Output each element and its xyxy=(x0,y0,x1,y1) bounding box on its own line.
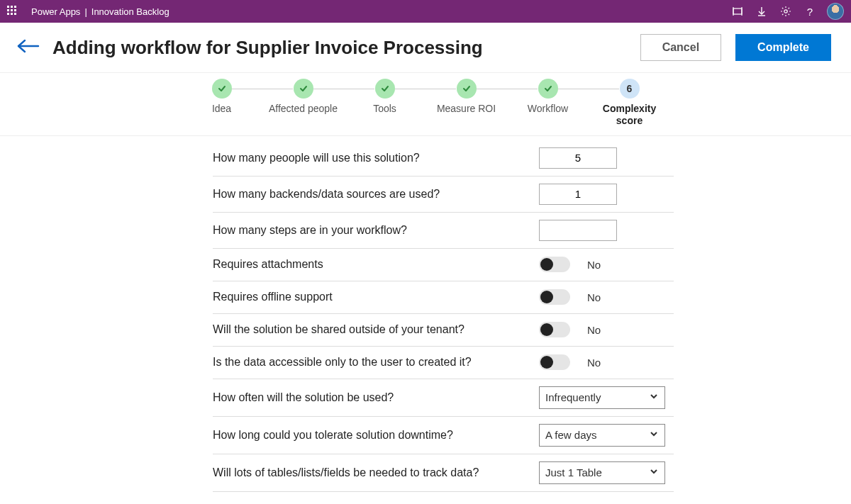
step-label: Complexity score xyxy=(589,103,670,127)
question-label: How often will the solution be used? xyxy=(213,391,539,404)
app-header: Power Apps | Innovation Backlog ? xyxy=(0,0,851,23)
chevron-down-icon xyxy=(649,466,659,478)
question-label: Is the data accessible only to the user … xyxy=(213,356,539,369)
toggle-value: No xyxy=(587,357,601,369)
check-icon xyxy=(299,84,308,94)
step-complexity-score[interactable]: 6 Complexity score xyxy=(589,79,670,127)
brand-separator: | xyxy=(84,6,87,17)
page-header: Adding workflow for Supplier Invoice Pro… xyxy=(0,23,851,72)
step-label: Tools xyxy=(344,103,425,115)
svg-rect-0 xyxy=(733,9,742,14)
row-shared-outside: Will the solution be shared outside of y… xyxy=(213,314,674,347)
toggle-value: No xyxy=(587,291,601,303)
question-label: Will lots of tables/lists/fields be need… xyxy=(213,466,539,479)
help-icon[interactable]: ? xyxy=(803,4,817,18)
question-label: Requires attachments xyxy=(213,258,539,271)
row-users: How many peoople will use this solution? xyxy=(213,140,674,177)
back-arrow-icon[interactable] xyxy=(16,38,40,57)
svg-point-5 xyxy=(784,10,787,13)
user-avatar[interactable] xyxy=(827,3,844,20)
toggle-value: No xyxy=(587,259,601,271)
attachments-toggle[interactable] xyxy=(539,257,570,272)
toggle-value: No xyxy=(587,324,601,336)
question-label: How long could you tolerate solution dow… xyxy=(213,429,539,442)
step-measure-roi[interactable]: Measure ROI xyxy=(425,79,507,115)
users-input[interactable] xyxy=(539,147,617,169)
question-label: How many backends/data sources are used? xyxy=(213,188,539,201)
app-launcher-icon[interactable] xyxy=(7,6,18,17)
row-tables: Will lots of tables/lists/fields be need… xyxy=(213,454,674,492)
step-label: Measure ROI xyxy=(425,103,507,115)
step-label: Affected people xyxy=(262,103,344,115)
complexity-form: How many peoople will use this solution?… xyxy=(213,140,674,492)
chevron-down-icon xyxy=(649,429,659,441)
offline-toggle[interactable] xyxy=(539,289,570,305)
page-title: Adding workflow for Supplier Invoice Pro… xyxy=(52,37,626,59)
download-icon[interactable] xyxy=(755,4,769,18)
downtime-select[interactable]: A few days xyxy=(539,424,665,447)
check-icon xyxy=(380,84,390,94)
data-access-toggle[interactable] xyxy=(539,354,570,370)
row-attachments: Requires attachments No xyxy=(213,249,674,281)
question-label: Requires offline support xyxy=(213,291,539,303)
row-steps: How many steps are in your workflow? xyxy=(213,213,674,249)
backends-input[interactable] xyxy=(539,184,617,205)
step-label: Workflow xyxy=(507,103,589,115)
step-number: 6 xyxy=(620,79,640,99)
cancel-button[interactable]: Cancel xyxy=(640,34,721,61)
row-offline: Requires offline support No xyxy=(213,281,674,314)
check-icon xyxy=(462,84,472,94)
wizard-stepper: Idea Affected people Tools Measure ROI W… xyxy=(0,73,851,135)
step-label: Idea xyxy=(181,103,262,115)
row-data-access: Is the data accessible only to the user … xyxy=(213,347,674,379)
tables-select[interactable]: Just 1 Table xyxy=(539,461,665,484)
question-label: How many steps are in your workflow? xyxy=(213,224,539,237)
row-downtime: How long could you tolerate solution dow… xyxy=(213,417,674,454)
step-tools[interactable]: Tools xyxy=(344,79,425,115)
check-icon xyxy=(217,84,227,94)
row-frequency: How often will the solution be used? Inf… xyxy=(213,379,674,417)
app-name-label: Innovation Backlog xyxy=(91,6,169,17)
question-label: Will the solution be shared outside of y… xyxy=(213,323,539,336)
brand-label: Power Apps xyxy=(31,6,80,17)
shared-toggle[interactable] xyxy=(539,322,570,337)
chevron-down-icon xyxy=(649,391,659,403)
step-workflow[interactable]: Workflow xyxy=(507,79,589,115)
select-value: A few days xyxy=(545,429,597,441)
steps-input[interactable] xyxy=(539,220,617,241)
complete-button[interactable]: Complete xyxy=(735,34,831,61)
step-idea[interactable]: Idea xyxy=(181,79,262,115)
fit-to-screen-icon[interactable] xyxy=(730,4,745,18)
gear-icon[interactable] xyxy=(779,4,793,18)
question-label: How many peoople will use this solution? xyxy=(213,152,539,164)
frequency-select[interactable]: Infrequently xyxy=(539,386,665,409)
select-value: Just 1 Table xyxy=(545,466,602,478)
select-value: Infrequently xyxy=(545,391,601,403)
step-affected-people[interactable]: Affected people xyxy=(262,79,344,115)
check-icon xyxy=(543,84,553,94)
row-backends: How many backends/data sources are used? xyxy=(213,177,674,213)
